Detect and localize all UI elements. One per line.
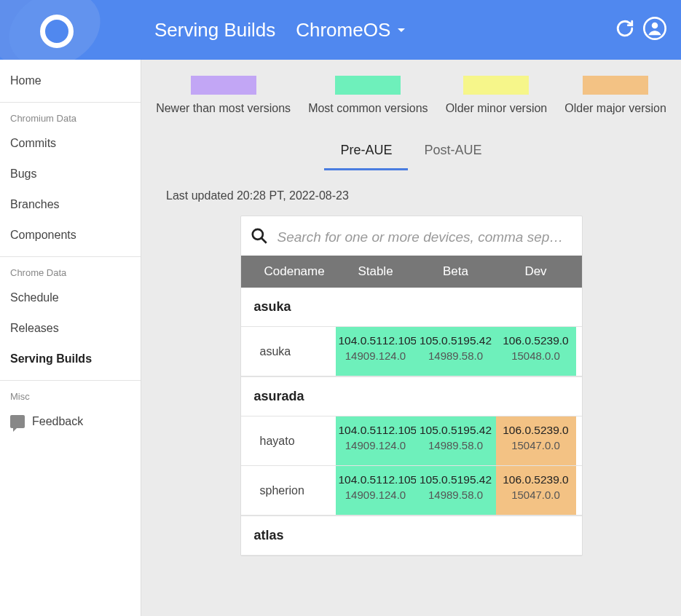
feedback-label: Feedback <box>32 415 83 428</box>
table-body[interactable]: asukaasuka104.0.5112.10514909.124.0105.0… <box>241 288 582 556</box>
sidebar-item-feedback[interactable]: Feedback <box>0 406 141 437</box>
platform-version: 14989.58.0 <box>419 489 493 501</box>
dev-cell[interactable]: 106.0.5239.015048.0.0 <box>496 327 576 376</box>
platform-dropdown[interactable]: ChromeOS <box>288 15 412 46</box>
refresh-icon[interactable] <box>615 19 634 41</box>
table-header: Codename Stable Beta Dev <box>241 256 582 288</box>
tab-pre-aue[interactable]: Pre-AUE <box>324 133 408 170</box>
legend-item-older-major-version: Older major version <box>564 76 666 115</box>
legend-label: Newer than most versions <box>156 102 291 115</box>
platform-version: 15048.0.0 <box>499 350 573 362</box>
legend-item-newer-than-most-versions: Newer than most versions <box>156 76 291 115</box>
platform-version: 14989.58.0 <box>419 439 493 451</box>
last-updated: Last updated 20:28 PT, 2022-08-23 <box>166 189 659 202</box>
main-content: Newer than most versionsMost common vers… <box>141 60 681 616</box>
platform-version: 14909.124.0 <box>339 350 413 362</box>
devices-table: Codename Stable Beta Dev asukaasuka104.0… <box>240 216 583 556</box>
platform-version: 15047.0.0 <box>499 439 573 451</box>
table-row: spherion104.0.5112.10514909.124.0105.0.5… <box>241 466 582 516</box>
codename-cell: spherion <box>241 466 336 515</box>
legend-item-older-minor-version: Older minor version <box>446 76 548 115</box>
chrome-version: 106.0.5239.0 <box>499 334 573 347</box>
table-row: hayato104.0.5112.10514909.124.0105.0.519… <box>241 416 582 466</box>
platform-version: 14909.124.0 <box>339 439 413 451</box>
chrome-version: 106.0.5239.0 <box>499 473 573 486</box>
chrome-version: 105.0.5195.42 <box>419 424 493 437</box>
stable-cell[interactable]: 104.0.5112.10514909.124.0 <box>336 327 416 376</box>
platform-dropdown-label: ChromeOS <box>296 19 390 42</box>
codename-cell: hayato <box>241 416 336 465</box>
sidebar-section-misc: Misc <box>0 380 141 406</box>
sidebar-section-chrome: Chrome Data <box>0 256 141 283</box>
codename-cell: asuka <box>241 327 336 376</box>
group-header[interactable]: asuka <box>241 288 582 327</box>
col-stable[interactable]: Stable <box>336 256 416 288</box>
chevron-down-icon <box>398 28 405 32</box>
platform-version: 15047.0.0 <box>499 489 573 501</box>
sidebar-item-home[interactable]: Home <box>0 66 141 96</box>
chrome-version: 104.0.5112.105 <box>339 334 413 347</box>
legend-label: Older minor version <box>446 102 548 115</box>
search-row <box>241 216 582 256</box>
beta-cell[interactable]: 105.0.5195.4214989.58.0 <box>416 466 496 515</box>
stable-cell[interactable]: 104.0.5112.10514909.124.0 <box>336 466 416 515</box>
group-header[interactable]: asurada <box>241 376 582 416</box>
sidebar-section-chromium: Chromium Data <box>0 102 141 128</box>
legend-label: Older major version <box>564 102 666 115</box>
page-title: Serving Builds <box>154 19 275 42</box>
legend-label: Most common versions <box>308 102 428 115</box>
chrome-version: 106.0.5239.0 <box>499 424 573 437</box>
chrome-version: 105.0.5195.42 <box>419 334 493 347</box>
dev-cell[interactable]: 106.0.5239.015047.0.0 <box>496 416 576 465</box>
stable-cell[interactable]: 104.0.5112.10514909.124.0 <box>336 416 416 465</box>
svg-line-3 <box>261 238 267 243</box>
sidebar: Home Chromium Data CommitsBugsBranchesCo… <box>0 60 141 616</box>
app-header: Serving Builds ChromeOS <box>0 0 681 60</box>
aue-tabs: Pre-AUE Post-AUE <box>163 133 659 170</box>
col-codename[interactable]: Codename <box>259 256 336 288</box>
legend-swatch <box>335 76 401 95</box>
sidebar-item-components[interactable]: Components <box>0 220 141 250</box>
feedback-icon <box>10 415 25 428</box>
account-icon[interactable] <box>643 17 666 43</box>
sidebar-item-releases[interactable]: Releases <box>0 313 141 344</box>
chrome-version: 104.0.5112.105 <box>339 424 413 437</box>
legend: Newer than most versionsMost common vers… <box>163 76 659 115</box>
sidebar-item-bugs[interactable]: Bugs <box>0 159 141 189</box>
chrome-version: 105.0.5195.42 <box>419 473 493 486</box>
dev-cell[interactable]: 106.0.5239.015047.0.0 <box>496 466 576 515</box>
platform-version: 14909.124.0 <box>339 489 413 501</box>
col-beta[interactable]: Beta <box>416 256 496 288</box>
app-logo <box>0 0 117 60</box>
svg-point-1 <box>652 23 658 29</box>
svg-point-2 <box>252 229 262 240</box>
legend-swatch <box>191 76 256 95</box>
table-row: asuka104.0.5112.10514909.124.0105.0.5195… <box>241 327 582 376</box>
search-icon <box>250 226 269 248</box>
beta-cell[interactable]: 105.0.5195.4214989.58.0 <box>416 416 496 465</box>
col-dev[interactable]: Dev <box>496 256 576 288</box>
sidebar-item-serving-builds[interactable]: Serving Builds <box>0 344 141 374</box>
chrome-version: 104.0.5112.105 <box>339 473 413 486</box>
legend-swatch <box>583 76 648 95</box>
group-header[interactable]: atlas <box>241 516 582 556</box>
sidebar-item-schedule[interactable]: Schedule <box>0 283 141 313</box>
legend-swatch <box>463 76 529 95</box>
tab-post-aue[interactable]: Post-AUE <box>408 133 497 170</box>
sidebar-item-commits[interactable]: Commits <box>0 128 141 159</box>
legend-item-most-common-versions: Most common versions <box>308 76 428 115</box>
search-input[interactable] <box>277 229 573 245</box>
sidebar-item-branches[interactable]: Branches <box>0 189 141 220</box>
beta-cell[interactable]: 105.0.5195.4214989.58.0 <box>416 327 496 376</box>
platform-version: 14989.58.0 <box>419 350 493 362</box>
